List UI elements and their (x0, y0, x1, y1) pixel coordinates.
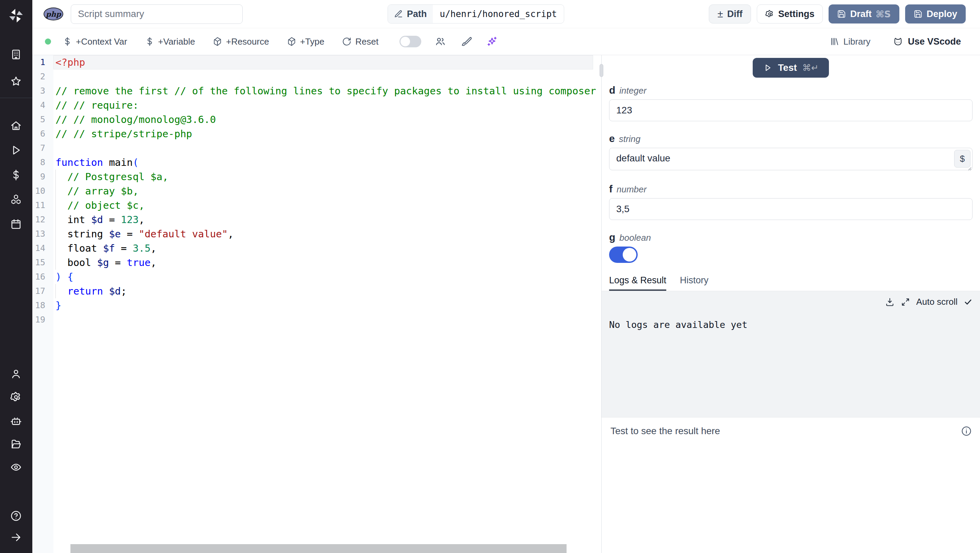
variables-dollar-icon[interactable] (10, 169, 22, 181)
path-group[interactable]: Path u/henri/honored_script (388, 5, 564, 24)
line-number: 13 (32, 227, 53, 241)
use-vscode-button[interactable]: Use VScode (893, 37, 961, 47)
editor-toggle[interactable] (399, 36, 421, 47)
workspace-icon[interactable] (10, 49, 22, 60)
code-text[interactable]: // // monolog/monolog@3.6.0 (53, 112, 216, 127)
code-text[interactable]: // remove the first // of the following … (53, 84, 596, 98)
arg-d-input[interactable] (609, 99, 972, 121)
users-person-icon[interactable] (10, 368, 22, 380)
settings-button[interactable]: Settings (757, 5, 823, 24)
add-resource-button[interactable]: +Resource (213, 37, 269, 47)
resources-cubes-icon[interactable] (10, 194, 22, 206)
runs-play-icon[interactable] (10, 144, 22, 156)
add-context-var-button[interactable]: +Context Var (63, 37, 127, 47)
code-line-18[interactable]: 18} (32, 298, 601, 312)
code-line-12[interactable]: 12 int $d = 123, (32, 212, 601, 227)
code-line-7[interactable]: 7 (32, 141, 601, 155)
code-line-17[interactable]: 17 return $d; (32, 284, 601, 298)
code-text[interactable]: // array $b, (53, 184, 138, 198)
code-line-19[interactable]: 19 (32, 312, 601, 327)
code-text[interactable]: // // stripe/stripe-php (53, 127, 192, 141)
deploy-button[interactable]: Deploy (905, 5, 966, 24)
code-text[interactable]: int $d = 123, (53, 212, 145, 227)
windmill-logo[interactable] (8, 8, 24, 24)
code-line-4[interactable]: 4// // require: (32, 98, 601, 112)
line-number: 19 (32, 312, 53, 327)
code-line-14[interactable]: 14 float $f = 3.5, (32, 241, 601, 255)
library-button[interactable]: Library (830, 37, 870, 47)
code-line-10[interactable]: 10 // array $b, (32, 184, 601, 198)
code-line-8[interactable]: 8function main( (32, 155, 601, 170)
code-line-2[interactable]: 2 (32, 70, 601, 84)
arg-type: string (619, 134, 641, 144)
help-question-icon[interactable] (10, 510, 22, 522)
field-f: f number (609, 183, 972, 220)
code-text[interactable]: function main( (53, 155, 138, 170)
add-type-button[interactable]: +Type (287, 37, 325, 47)
result-placeholder: Test to see the result here (611, 426, 720, 437)
download-logs-icon[interactable] (885, 297, 894, 307)
auto-scroll-check-icon[interactable] (964, 298, 972, 306)
settings-gear-icon[interactable] (10, 391, 22, 403)
save-icon (837, 10, 846, 18)
horizontal-scrollbar[interactable] (70, 544, 566, 553)
code-text[interactable]: } (53, 298, 61, 312)
code-text[interactable]: ) { (53, 270, 73, 284)
field-g: g boolean (609, 231, 972, 263)
audit-eye-icon[interactable] (10, 461, 22, 473)
code-line-6[interactable]: 6// // stripe/stripe-php (32, 127, 601, 141)
panel-resize-handle[interactable] (600, 64, 603, 77)
code-text[interactable] (53, 312, 56, 327)
add-variable-button[interactable]: +Variable (145, 37, 195, 47)
expand-sidebar-arrow-icon[interactable] (10, 532, 22, 543)
format-brush-icon[interactable] (461, 36, 472, 47)
arg-g-toggle[interactable] (609, 247, 638, 263)
arg-e-textarea[interactable]: default value (609, 148, 972, 170)
diff-button[interactable]: ± Diff (709, 5, 751, 24)
code-text[interactable] (53, 70, 56, 84)
code-text[interactable]: <?php (53, 55, 85, 70)
reset-button[interactable]: Reset (342, 37, 379, 47)
code-text[interactable]: string $e = "default value", (53, 227, 234, 241)
code-text[interactable]: return $d; (53, 284, 127, 298)
code-line-16[interactable]: 16) { (32, 270, 601, 284)
code-editor[interactable]: 1<?php23// remove the first // of the fo… (32, 55, 601, 553)
code-text[interactable]: // Postgresql $a, (53, 170, 169, 184)
multiplayer-users-icon[interactable] (435, 36, 446, 47)
arg-f-input[interactable] (609, 198, 972, 220)
diff-icon: ± (717, 9, 723, 19)
home-icon[interactable] (10, 120, 22, 131)
folders-icon[interactable] (10, 438, 22, 450)
tab-history[interactable]: History (680, 270, 708, 291)
code-line-11[interactable]: 11 // object $c, (32, 198, 601, 212)
test-button[interactable]: Test ⌘↵ (753, 58, 829, 78)
schedules-calendar-icon[interactable] (10, 218, 22, 230)
code-line-13[interactable]: 13 string $e = "default value", (32, 227, 601, 241)
draft-button[interactable]: Draft ⌘S (829, 5, 899, 24)
code-text[interactable]: // // require: (53, 98, 138, 112)
workers-robot-icon[interactable] (10, 415, 22, 427)
auto-scroll-label[interactable]: Auto scroll (916, 296, 958, 307)
code-text[interactable] (53, 141, 56, 155)
line-number: 3 (32, 84, 53, 98)
line-number: 15 (32, 255, 53, 270)
expand-logs-icon[interactable] (901, 297, 910, 307)
insert-variable-button[interactable]: $ (954, 150, 970, 167)
code-line-3[interactable]: 3// remove the first // of the following… (32, 84, 601, 98)
code-line-15[interactable]: 15 bool $g = true, (32, 255, 601, 270)
favorites-star-icon[interactable] (10, 76, 22, 87)
line-number: 10 (32, 184, 53, 198)
resize-handle-icon[interactable] (966, 166, 972, 171)
code-line-9[interactable]: 9 // Postgresql $a, (32, 170, 601, 184)
tab-logs-result[interactable]: Logs & Result (609, 270, 666, 291)
script-summary-input[interactable] (71, 5, 243, 24)
code-text[interactable]: // object $c, (53, 198, 145, 212)
code-text[interactable]: float $f = 3.5, (53, 241, 156, 255)
info-icon[interactable] (961, 426, 972, 437)
line-number: 8 (32, 155, 53, 170)
code-text[interactable]: bool $g = true, (53, 255, 156, 270)
ai-sparkles-icon[interactable] (487, 36, 498, 47)
arg-name: f (609, 183, 612, 195)
code-line-5[interactable]: 5// // monolog/monolog@3.6.0 (32, 112, 601, 127)
code-line-1[interactable]: 1<?php (32, 55, 601, 70)
